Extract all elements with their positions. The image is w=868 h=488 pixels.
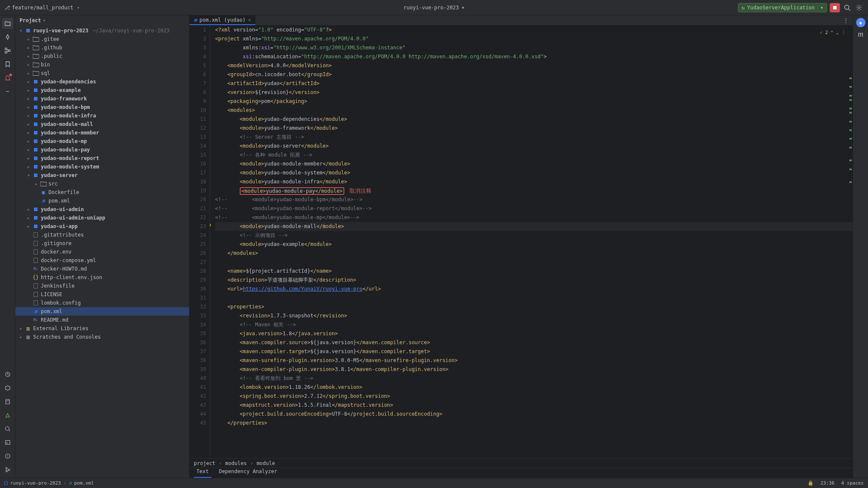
problems-tool-button[interactable]	[2, 451, 13, 462]
tree-row[interactable]: yudao-dependencies	[15, 77, 189, 86]
more-tool-button[interactable]: ⋯	[2, 86, 13, 97]
tree-row[interactable]: yudao-module-mp	[15, 137, 189, 146]
expand-chevron[interactable]	[26, 53, 31, 59]
terminal-tool-button[interactable]	[2, 437, 13, 448]
code-line[interactable]: xsi:schemaLocation="http://maven.apache.…	[215, 52, 853, 61]
tree-row[interactable]: Jenkinsfile	[15, 282, 189, 290]
crumb[interactable]: project	[194, 460, 216, 466]
code-line[interactable]: <!-- <module>yudao-module-report</module…	[215, 204, 853, 213]
expand-chevron[interactable]	[26, 147, 31, 153]
code-line[interactable]: <module>yudao-example</module>	[215, 240, 853, 249]
inspection-widget[interactable]: ✓ 2 ⌃ ⌄ ⋮	[818, 27, 848, 38]
tree-row[interactable]: {}http-client.env.json	[15, 273, 189, 282]
tree-row[interactable]: .gitattributes	[15, 231, 189, 239]
code-line[interactable]	[215, 294, 853, 303]
structure-tool-button[interactable]	[2, 45, 13, 56]
expand-chevron[interactable]	[26, 206, 31, 212]
code-line[interactable]	[215, 258, 853, 267]
expand-chevron[interactable]	[19, 334, 23, 340]
readonly-lock-icon[interactable]: 🔒	[808, 480, 814, 486]
code-line[interactable]: <spring.boot.version>2.7.12</spring.boot…	[215, 392, 853, 401]
tree-row[interactable]: lombok.config	[15, 299, 189, 307]
tree-row[interactable]: yudao-module-mall	[15, 120, 189, 128]
code-line[interactable]: <mapstruct.version>1.5.5.Final</mapstruc…	[215, 401, 853, 410]
expand-chevron[interactable]	[26, 164, 31, 170]
subtab-dependency-analyzer[interactable]: Dependency Analyzer	[216, 467, 280, 478]
expand-chevron[interactable]	[26, 155, 31, 161]
code-line[interactable]: <module>yudao-module-system</module>	[215, 168, 853, 177]
tree-row[interactable]: .public	[15, 52, 189, 60]
code-editor[interactable]: 1234567891011121314151617181920212223242…	[190, 26, 853, 458]
crumb[interactable]: module	[257, 460, 275, 466]
code-line[interactable]: <project xmlns="http://maven.apache.org/…	[215, 34, 853, 43]
code-line[interactable]: <!-- Server 主项目 -->	[215, 133, 853, 142]
expand-chevron[interactable]	[26, 87, 31, 93]
code-line[interactable]: <maven.compiler.target>${java.version}</…	[215, 347, 853, 356]
code-line[interactable]: <artifactId>yudao</artifactId>	[215, 79, 853, 88]
tree-row[interactable]: yudao-module-report	[15, 154, 189, 163]
caret-position[interactable]: 23:36	[820, 480, 834, 486]
avatar[interactable]: ◉	[856, 18, 865, 27]
stop-button[interactable]	[830, 3, 840, 12]
code-line[interactable]: </properties>	[215, 419, 853, 428]
tree-row[interactable]: yudao-module-pay	[15, 146, 189, 154]
tree-row[interactable]: docker.env	[15, 248, 189, 256]
tree-row[interactable]: .gitignore	[15, 239, 189, 248]
expand-chevron[interactable]	[26, 79, 31, 85]
code-line[interactable]: </modules>	[215, 249, 853, 258]
status-breadcrumb[interactable]: ruoyi-vue-pro-2023 › m pom.xml	[4, 480, 94, 486]
code-line[interactable]: <version>${revision}</version>	[215, 88, 853, 97]
crumb[interactable]: modules	[225, 460, 247, 466]
commit-tool-button[interactable]	[2, 31, 13, 43]
project-name-dropdown[interactable]: ruoyi-vue-pro-2023 ▾	[403, 5, 464, 11]
find-tool-button[interactable]	[2, 423, 13, 434]
expand-chevron[interactable]	[26, 62, 31, 68]
code-line[interactable]: <!-- <module>yudao-module-bpm</module>--…	[215, 195, 853, 204]
tree-row[interactable]: yudao-server	[15, 171, 189, 180]
code-line[interactable]: <module>yudao-module-pay</module>取消注释	[215, 186, 853, 195]
code-line[interactable]: <url>https://github.com/YunaiV/ruoyi-vue…	[215, 285, 853, 294]
expand-chevron[interactable]	[19, 28, 23, 34]
prev-highlight-button[interactable]: ⌃	[831, 28, 834, 37]
tree-row[interactable]: yudao-ui-admin-uniapp	[15, 214, 189, 222]
tree-row[interactable]: yudao-ui-admin	[15, 205, 189, 214]
code-line[interactable]: <!-- Maven 相关 -->	[215, 320, 853, 329]
expand-chevron[interactable]	[26, 45, 31, 51]
code-line[interactable]: <module>yudao-framework</module>	[215, 124, 853, 133]
notifications-tool-button[interactable]	[2, 72, 13, 83]
indent-setting[interactable]: 4 spaces	[841, 480, 864, 486]
settings-button[interactable]	[854, 3, 864, 12]
code-breadcrumb[interactable]: project › modules › module	[190, 458, 853, 468]
code-line[interactable]: <description>芋道项目基础脚手架</description>	[215, 276, 853, 285]
code-line[interactable]: <!-- 各种 module 拓展 -->	[215, 151, 853, 160]
run-tool-button[interactable]	[2, 369, 13, 380]
code-line[interactable]: <modelVersion>4.0.0</modelVersion>	[215, 61, 853, 70]
expand-chevron[interactable]	[26, 36, 31, 42]
tree-row[interactable]: mpom.xml	[15, 307, 189, 316]
tree-row[interactable]: yudao-module-infra	[15, 111, 189, 120]
expand-chevron[interactable]	[19, 325, 23, 331]
services-tool-button[interactable]	[2, 382, 13, 394]
tree-row[interactable]: docker-compose.yml	[15, 256, 189, 265]
project-tool-button[interactable]	[2, 18, 13, 29]
tree-row[interactable]: ▣Dockerfile	[15, 188, 189, 197]
expand-chevron[interactable]	[26, 223, 31, 229]
chevron-down-icon[interactable]: ▾	[817, 5, 823, 11]
tree-row[interactable]: src	[15, 180, 189, 188]
tree-row[interactable]: ruoyi-vue-pro-2023~/Java/ruoyi-vue-pro-2…	[15, 26, 189, 35]
todo-tool-button[interactable]	[2, 396, 13, 407]
code-line[interactable]: <maven-surefire-plugin.version>3.0.0-M5<…	[215, 356, 853, 365]
project-panel-header[interactable]: Project ▾	[15, 15, 189, 26]
expand-chevron[interactable]	[26, 121, 31, 127]
tree-row[interactable]: ▥External Libraries	[15, 324, 189, 333]
code-line[interactable]: <!-- 示例项目 -->	[215, 231, 853, 240]
tree-row[interactable]: yudao-ui-app	[15, 222, 189, 231]
code-line[interactable]: <module>yudao-server</module>	[215, 142, 853, 151]
project-tree[interactable]: ruoyi-vue-pro-2023~/Java/ruoyi-vue-pro-2…	[15, 26, 189, 478]
code-line[interactable]: <project.build.sourceEncoding>UTF-8</pro…	[215, 410, 853, 419]
tree-row[interactable]: yudao-example	[15, 86, 189, 94]
tree-row[interactable]: .github	[15, 43, 189, 52]
run-configuration[interactable]: ↻ YudaoServerApplication ▾	[738, 3, 827, 12]
code-line[interactable]: <modules>	[215, 106, 853, 115]
maven-tool-button[interactable]: m	[858, 30, 863, 39]
